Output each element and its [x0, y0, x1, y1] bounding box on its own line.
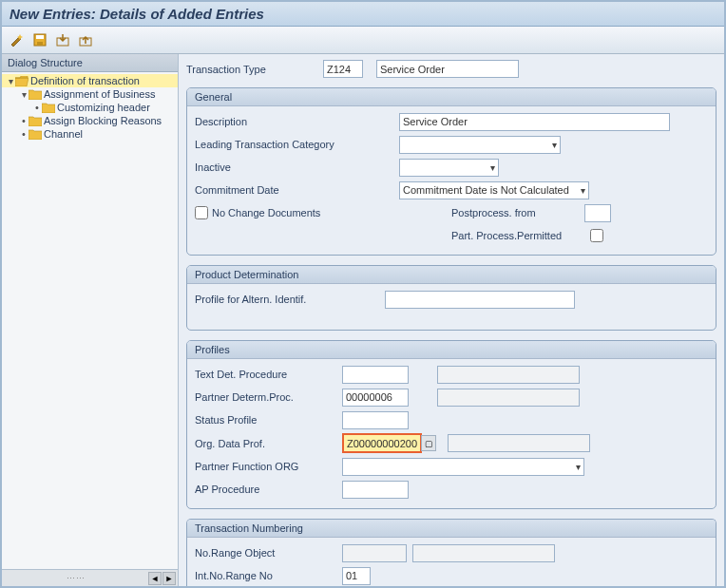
scroll-right-icon[interactable]: ► — [162, 572, 176, 585]
org-data-prof-desc — [448, 434, 590, 452]
org-data-prof-label: Org. Data Prof. — [195, 438, 342, 449]
no-change-docs-checkbox[interactable] — [195, 206, 208, 219]
toolbar — [2, 27, 724, 54]
bullet-icon: • — [32, 102, 42, 113]
panel-header: General — [187, 88, 716, 106]
svg-rect-2 — [37, 42, 43, 46]
commitment-date-select[interactable]: Commitment Date is Not Calculated — [399, 181, 589, 199]
no-range-object-label: No.Range Object — [195, 547, 342, 559]
partner-func-org-label: Partner Function ORG — [195, 461, 342, 472]
ap-procedure-label: AP Procedure — [195, 484, 342, 495]
sidebar-header: Dialog Structure — [2, 54, 178, 72]
transaction-type-label: Transaction Type — [186, 64, 319, 75]
tree-item-label: Customizing header — [57, 102, 150, 113]
postprocess-from-field[interactable] — [584, 204, 611, 222]
text-det-field[interactable] — [342, 366, 409, 384]
ap-procedure-field[interactable] — [342, 481, 409, 499]
folder-icon — [29, 89, 42, 100]
bullet-icon: • — [19, 115, 29, 126]
product-determination-panel: Product Determination Profile for Altern… — [186, 265, 716, 331]
svg-rect-1 — [36, 35, 44, 39]
general-panel: General Description Leading Transaction … — [186, 87, 716, 256]
import-icon[interactable] — [53, 30, 72, 49]
partner-det-desc — [437, 389, 580, 407]
profile-altern-field[interactable] — [385, 291, 575, 309]
main-area: Transaction Type General Description Lea… — [179, 54, 724, 586]
tree-item-channel[interactable]: • Channel — [2, 127, 178, 141]
expander-icon[interactable]: ▾ — [6, 76, 15, 86]
profile-altern-label: Profile for Altern. Identif. — [195, 294, 385, 305]
bullet-icon: • — [19, 128, 29, 140]
tree-item-label: Assignment of Business — [44, 88, 155, 100]
description-label: Description — [195, 116, 342, 127]
panel-header: Transaction Numbering — [187, 520, 716, 538]
resize-handle[interactable]: ⋯⋯ — [4, 574, 147, 583]
postprocess-from-label: Postprocess. from — [451, 207, 584, 218]
transaction-type-code-field[interactable] — [323, 60, 363, 78]
partner-det-field[interactable] — [342, 389, 409, 407]
expander-icon[interactable]: ▾ — [19, 89, 29, 100]
text-det-desc — [437, 366, 580, 384]
leading-cat-select[interactable] — [399, 136, 561, 154]
inactive-select[interactable] — [399, 159, 499, 177]
tree-item-assignment-of-business[interactable]: ▾ Assignment of Business — [2, 87, 178, 101]
export-icon[interactable] — [76, 30, 95, 49]
commitment-date-label: Commitment Date — [195, 184, 399, 196]
description-field[interactable] — [399, 113, 670, 131]
part-process-permitted-checkbox[interactable] — [590, 229, 603, 242]
wand-icon[interactable] — [8, 30, 27, 49]
scroll-left-icon[interactable]: ◄ — [148, 572, 162, 585]
text-det-label: Text Det. Procedure — [195, 369, 342, 380]
org-data-prof-field[interactable] — [344, 435, 420, 451]
tree-item-label: Assign Blocking Reasons — [44, 115, 162, 126]
sidebar: Dialog Structure ▾ Definition of transac… — [2, 54, 179, 586]
tree: ▾ Definition of transaction ▾ Assignment… — [2, 72, 178, 569]
tree-item-definition-of-transaction[interactable]: ▾ Definition of transaction — [2, 74, 178, 87]
open-folder-icon — [15, 76, 29, 86]
leading-cat-label: Leading Transaction Category — [195, 139, 399, 150]
lookup-icon[interactable]: ▢ — [421, 435, 436, 451]
tree-item-assign-blocking-reasons[interactable]: • Assign Blocking Reasons — [2, 114, 178, 127]
org-data-prof-focus-indicator — [342, 433, 422, 453]
int-no-range-field[interactable] — [342, 567, 371, 585]
sidebar-horizontal-scroll[interactable]: ⋯⋯ ◄ ► — [2, 569, 178, 586]
no-range-object-desc — [412, 544, 555, 562]
int-no-range-label: Int.No.Range No — [195, 570, 342, 581]
folder-icon — [29, 129, 42, 140]
folder-icon — [29, 116, 42, 126]
profiles-panel: Profiles Text Det. Procedure Partner Det… — [186, 340, 716, 509]
panel-header: Product Determination — [187, 266, 716, 284]
save-disk-icon[interactable] — [30, 30, 49, 49]
no-range-object-field — [342, 544, 407, 562]
transaction-numbering-panel: Transaction Numbering No.Range Object In… — [186, 519, 716, 586]
folder-icon — [42, 103, 55, 113]
status-profile-field[interactable] — [342, 411, 409, 429]
no-change-docs-label: No Change Documents — [212, 207, 402, 218]
partner-func-org-select[interactable] — [342, 458, 584, 476]
tree-item-customizing-header[interactable]: • Customizing header — [2, 101, 178, 114]
tree-item-label: Channel — [44, 128, 83, 140]
part-process-permitted-label: Part. Process.Permitted — [451, 230, 584, 241]
window-title: New Entries: Details of Added Entries — [2, 2, 724, 27]
partner-det-label: Partner Determ.Proc. — [195, 391, 342, 403]
status-profile-label: Status Profile — [195, 414, 342, 426]
tree-item-label: Definition of transaction — [30, 75, 140, 86]
transaction-type-name-field[interactable] — [376, 60, 519, 78]
inactive-label: Inactive — [195, 161, 399, 173]
panel-header: Profiles — [187, 341, 716, 359]
